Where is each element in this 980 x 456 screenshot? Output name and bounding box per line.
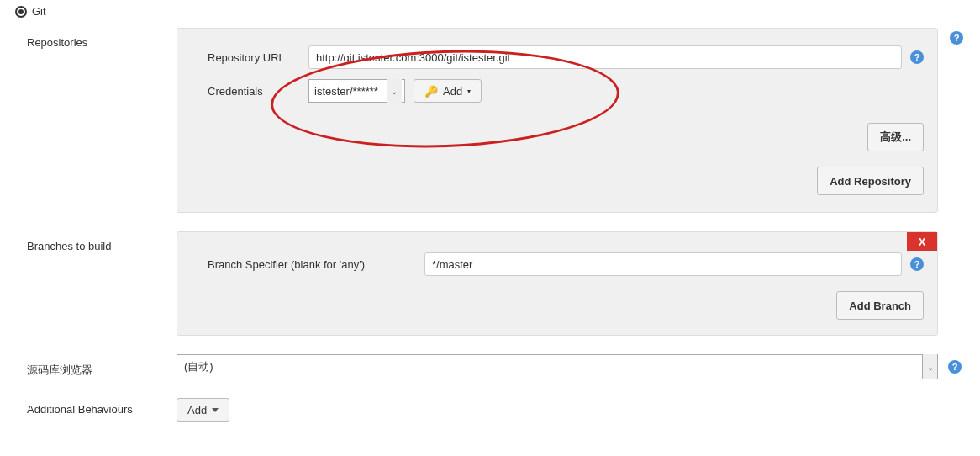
additional-behaviours-label: Additional Behaviours <box>0 398 177 416</box>
scm-git-radio[interactable]: Git <box>0 0 980 23</box>
repo-browser-label: 源码库浏览器 <box>0 354 177 378</box>
repository-url-label: Repository URL <box>191 51 300 64</box>
radio-icon <box>15 6 27 18</box>
add-repository-button[interactable]: Add Repository <box>817 167 924 195</box>
chevron-down-icon: ⌄ <box>927 363 934 372</box>
branch-panel: X Branch Specifier (blank for 'any') ? A… <box>177 231 938 336</box>
credentials-selected: istester/****** <box>314 85 378 98</box>
help-icon[interactable]: ? <box>910 257 924 271</box>
repo-browser-selected: (自动) <box>184 359 213 374</box>
repo-browser-select[interactable]: (自动) ⌄ <box>177 354 938 379</box>
git-radio-label: Git <box>32 5 46 18</box>
help-icon[interactable]: ? <box>910 50 924 64</box>
branch-specifier-input[interactable] <box>424 252 902 276</box>
add-credentials-label: Add <box>443 85 462 98</box>
add-credentials-button[interactable]: 🔑 Add ▾ <box>414 79 482 103</box>
credentials-label: Credentials <box>191 85 300 98</box>
repository-panel: Repository URL ? Credentials istester/**… <box>177 28 938 213</box>
branch-specifier-label: Branch Specifier (blank for 'any') <box>191 258 416 271</box>
advanced-button[interactable]: 高级... <box>867 123 924 151</box>
add-branch-button[interactable]: Add Branch <box>836 291 924 320</box>
credentials-select[interactable]: istester/****** ⌄ <box>308 79 405 103</box>
help-icon[interactable]: ? <box>948 360 962 374</box>
chevron-down-icon: ▾ <box>467 87 471 95</box>
chevron-down-icon: ⌄ <box>391 87 398 96</box>
key-icon: 🔑 <box>424 85 438 98</box>
branches-section-label: Branches to build <box>0 231 177 252</box>
repository-url-input[interactable] <box>308 45 902 69</box>
delete-branch-button[interactable]: X <box>907 232 937 251</box>
add-behaviour-label: Add <box>187 404 207 416</box>
add-behaviour-button[interactable]: Add <box>177 398 229 422</box>
chevron-down-icon <box>212 408 219 412</box>
repositories-section-label: Repositories <box>0 28 177 49</box>
help-icon[interactable]: ? <box>950 31 963 45</box>
